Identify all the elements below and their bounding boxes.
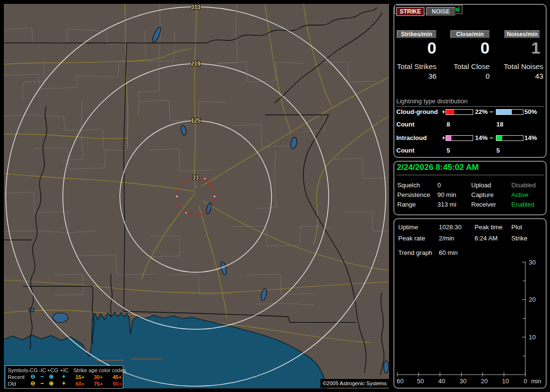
total-close-value: 0 bbox=[448, 72, 490, 80]
cg-minus-count: 18 bbox=[496, 121, 503, 128]
old-pos-ic-icon: + bbox=[59, 380, 69, 387]
persistence-label: Persistence bbox=[397, 191, 430, 198]
cg-plus-sign: + bbox=[442, 108, 446, 115]
persistence-value: 90 min bbox=[437, 191, 456, 198]
cg-minus-sign: − bbox=[490, 108, 493, 115]
upload-label: Upload bbox=[471, 182, 491, 189]
svg-text:50: 50 bbox=[417, 378, 424, 385]
map-legend: Symbols -CG -IC +CG +IC Strike age color… bbox=[5, 365, 123, 389]
receiver-label: Receiver bbox=[471, 201, 496, 208]
svg-text:10: 10 bbox=[502, 378, 509, 385]
intracloud-label: Intracloud bbox=[396, 134, 427, 141]
cloud-ground-label: Cloud-ground bbox=[396, 108, 438, 115]
ic-plus-bar bbox=[446, 135, 473, 141]
svg-text:10: 10 bbox=[529, 334, 536, 341]
cg-minus-bar bbox=[496, 109, 523, 115]
trend-chart: 30 20 10 60 50 40 30 20 10 0 min bbox=[394, 219, 546, 388]
age-code-75: 75+ bbox=[94, 381, 103, 387]
strike-mode-button[interactable]: STRIKE bbox=[396, 7, 424, 16]
status-panel: 2/24/2026 8:45:02 AM Squelch 0 Upload Di… bbox=[393, 161, 547, 215]
range-value: 313 mi bbox=[437, 201, 456, 208]
age-code-30: 30+ bbox=[94, 374, 103, 380]
age-code-60: 60+ bbox=[75, 381, 85, 387]
receiver-value: Enabled bbox=[511, 201, 535, 208]
svg-text:20: 20 bbox=[529, 296, 536, 303]
cg-plus-bar bbox=[446, 109, 473, 115]
cg-minus-bar-fill bbox=[496, 110, 512, 114]
app-window: 313 219 125 31 Symbols -CG -IC +CG +IC S… bbox=[0, 0, 550, 392]
trend-axis-labels: 30 20 10 60 50 40 30 20 10 0 min bbox=[397, 259, 541, 385]
recent-neg-cg-icon: ⊖ bbox=[28, 374, 38, 380]
distribution-title: Lightning type distribution bbox=[396, 98, 544, 107]
svg-text:30: 30 bbox=[529, 259, 536, 266]
copyright-label: ©2005 Astrogenic Systems bbox=[320, 379, 389, 388]
strikes-rate-value: 0 bbox=[394, 39, 436, 57]
ring-label-125: 125 bbox=[188, 117, 204, 124]
age-code-15: 15+ bbox=[75, 374, 85, 380]
trend-axes bbox=[397, 262, 526, 377]
strikes-per-min-header[interactable]: Strikes/min bbox=[397, 30, 436, 38]
ic-minus-count: 5 bbox=[496, 147, 500, 154]
radar-map[interactable]: 313 219 125 31 bbox=[4, 4, 389, 389]
total-strikes-label: Total Strikes bbox=[394, 62, 436, 70]
total-noises-value: 43 bbox=[501, 72, 543, 80]
total-close-label: Total Close bbox=[448, 62, 490, 70]
ic-minus-bar-fill bbox=[496, 136, 502, 140]
ic-count-label: Count bbox=[396, 147, 415, 154]
ring-label-219: 219 bbox=[188, 60, 204, 67]
legend-symbols-title: Symbols bbox=[8, 367, 28, 374]
cg-plus-pct: 22% bbox=[475, 108, 488, 115]
noises-per-min-header[interactable]: Noises/min bbox=[505, 30, 540, 38]
ic-plus-sign: + bbox=[442, 134, 446, 141]
strike-panel: STRIKE NOISE Bng 157° 398mi Strikes/min … bbox=[393, 4, 547, 158]
svg-text:20: 20 bbox=[481, 378, 488, 385]
recent-pos-cg-icon: ⊕ bbox=[46, 374, 56, 380]
ic-plus-pct: 14% bbox=[475, 134, 488, 141]
ic-plus-count: 5 bbox=[447, 147, 450, 154]
total-noises-label: Total Noises bbox=[501, 62, 543, 70]
svg-text:0: 0 bbox=[523, 378, 527, 385]
ring-label-31: 31 bbox=[188, 174, 204, 181]
recent-pos-ic-icon: + bbox=[59, 374, 69, 380]
cg-plus-count: 8 bbox=[447, 121, 450, 128]
cg-minus-pct: 50% bbox=[524, 108, 537, 115]
noise-mode-button[interactable]: NOISE bbox=[426, 7, 455, 16]
cg-count-label: Count bbox=[396, 121, 415, 128]
datetime-display: 2/24/2026 8:45:02 AM bbox=[397, 163, 544, 175]
old-neg-cg-icon: ⊖ bbox=[28, 380, 38, 387]
svg-text:60: 60 bbox=[397, 378, 404, 385]
ic-minus-sign: − bbox=[490, 134, 493, 141]
old-pos-cg-icon: ⊕ bbox=[46, 380, 56, 387]
age-code-45: 45+ bbox=[113, 374, 122, 380]
squelch-value: 0 bbox=[437, 182, 441, 189]
capture-label: Capture bbox=[471, 191, 493, 198]
cg-plus-bar-fill bbox=[446, 110, 454, 114]
total-strikes-value: 36 bbox=[394, 72, 436, 80]
age-code-90: 90+ bbox=[113, 381, 122, 387]
squelch-label: Squelch bbox=[397, 182, 420, 189]
legend-age-title: Strike age color codes bbox=[73, 367, 126, 374]
ring-label-313: 313 bbox=[188, 4, 204, 11]
svg-text:min: min bbox=[531, 378, 541, 385]
range-label: Range bbox=[397, 201, 416, 208]
ic-minus-bar bbox=[496, 135, 523, 141]
svg-text:30: 30 bbox=[460, 378, 466, 385]
ic-minus-pct: 14% bbox=[524, 134, 537, 141]
noises-rate-value: 1 bbox=[498, 39, 540, 57]
legend-row-old-label: Old bbox=[8, 381, 16, 387]
upload-value: Disabled bbox=[511, 182, 536, 189]
legend-row-recent-label: Recent bbox=[8, 374, 25, 380]
capture-value: Active bbox=[511, 191, 528, 198]
close-per-min-header[interactable]: Close/min bbox=[450, 30, 490, 38]
old-neg-ic-icon: − bbox=[37, 380, 47, 387]
ic-plus-bar-fill bbox=[446, 136, 451, 140]
svg-text:40: 40 bbox=[438, 378, 445, 385]
close-rate-value: 0 bbox=[448, 39, 490, 57]
trend-panel: Uptime 1028:30 Peak time Plot Peak rate … bbox=[393, 218, 547, 389]
recent-neg-ic-icon: − bbox=[37, 374, 47, 380]
